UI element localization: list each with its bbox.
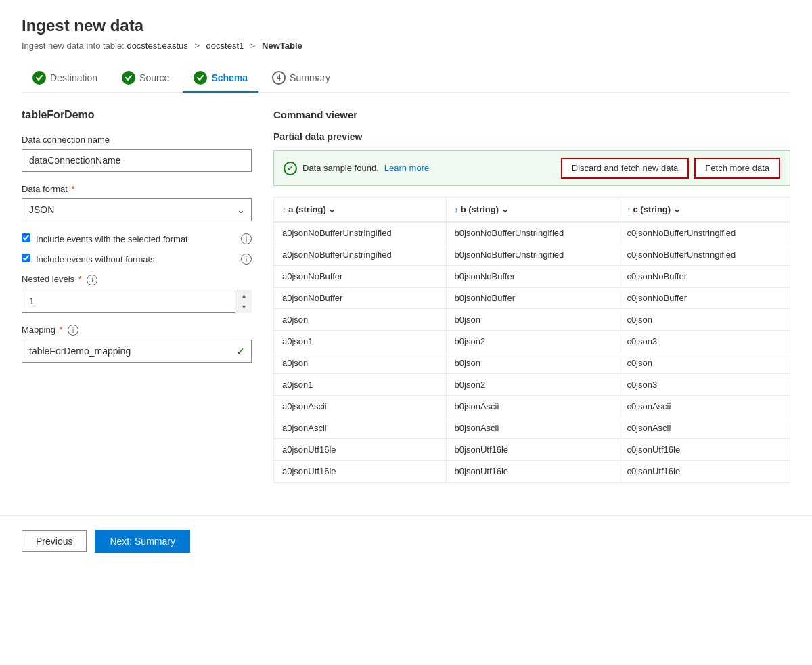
tab-schema-label: Schema bbox=[211, 72, 248, 83]
mapping-group: Mapping * i ✓ bbox=[22, 325, 252, 363]
table-body: a0jsonNoBufferUnstringifiedb0jsonNoBuffe… bbox=[274, 222, 790, 482]
include-events-without-info-icon[interactable]: i bbox=[241, 254, 252, 265]
col-sort-icon-b: ↕ bbox=[455, 206, 459, 214]
tab-summary[interactable]: 4 Summary bbox=[261, 64, 341, 93]
table-row: a0jsonb0jsonc0json bbox=[274, 352, 790, 374]
nested-levels-input-wrapper: ▴ ▾ bbox=[22, 290, 252, 313]
table-cell: c0jsonNoBufferUnstringified bbox=[618, 244, 790, 266]
table-cell: a0json1 bbox=[274, 374, 446, 396]
col-label-c: c (string) bbox=[633, 204, 671, 214]
connection-name-input[interactable] bbox=[22, 149, 252, 172]
include-events-selected-info-icon[interactable]: i bbox=[241, 233, 252, 244]
table-row: a0jsonb0jsonc0json bbox=[274, 309, 790, 331]
table-cell: a0jsonNoBufferUnstringified bbox=[274, 222, 446, 244]
destination-check-icon bbox=[32, 71, 46, 85]
table-cell: a0jsonUtf16le bbox=[274, 461, 446, 482]
nested-levels-label: Nested levels * i bbox=[22, 274, 252, 285]
tab-destination[interactable]: Destination bbox=[22, 64, 108, 93]
col-header-b[interactable]: ↕ b (string) ⌄ bbox=[446, 198, 618, 222]
col-sort-icon-c: ↕ bbox=[627, 206, 631, 214]
table-cell: a0json1 bbox=[274, 331, 446, 352]
table-header-row: ↕ a (string) ⌄ ↕ b (string) ⌄ ↕ bbox=[274, 198, 790, 222]
include-events-without-checkbox[interactable] bbox=[22, 254, 30, 262]
left-panel: tableForDemo Data connection name Data f… bbox=[22, 109, 252, 483]
table-cell: a0jsonAscii bbox=[274, 417, 446, 439]
table-cell: b0jsonUtf16le bbox=[446, 439, 618, 461]
data-table-container: ↕ a (string) ⌄ ↕ b (string) ⌄ ↕ bbox=[273, 197, 790, 483]
table-row: a0json1b0json2c0json3 bbox=[274, 331, 790, 352]
table-cell: b0jsonAscii bbox=[446, 396, 618, 417]
learn-more-link[interactable]: Learn more bbox=[384, 163, 429, 173]
table-cell: a0jsonUtf16le bbox=[274, 439, 446, 461]
next-summary-button[interactable]: Next: Summary bbox=[95, 530, 189, 553]
data-sample-bar: ✓ Data sample found. Learn more Discard … bbox=[273, 150, 790, 186]
spin-up-button[interactable]: ▴ bbox=[235, 290, 252, 301]
table-cell: a0jsonAscii bbox=[274, 396, 446, 417]
nested-levels-group: Nested levels * i ▴ ▾ bbox=[22, 274, 252, 313]
table-cell: c0jsonUtf16le bbox=[618, 461, 790, 482]
footer: Previous Next: Summary bbox=[0, 515, 812, 566]
include-events-selected-label: Include events with the selected format bbox=[36, 233, 188, 246]
mapping-valid-icon: ✓ bbox=[236, 345, 245, 358]
table-cell: c0json3 bbox=[618, 331, 790, 352]
table-cell: b0jsonAscii bbox=[446, 417, 618, 439]
table-row: a0jsonNoBufferb0jsonNoBufferc0jsonNoBuff… bbox=[274, 266, 790, 288]
table-cell: c0jsonNoBuffer bbox=[618, 266, 790, 288]
table-cell: c0jsonUtf16le bbox=[618, 439, 790, 461]
discard-fetch-button[interactable]: Discard and fetch new data bbox=[561, 158, 690, 179]
command-viewer-title: Command viewer bbox=[273, 109, 790, 120]
page-title: Ingest new data bbox=[22, 16, 790, 35]
table-cell: b0jsonNoBuffer bbox=[446, 288, 618, 309]
table-cell: a0jsonNoBuffer bbox=[274, 288, 446, 309]
table-row: a0jsonAsciib0jsonAsciic0jsonAscii bbox=[274, 396, 790, 417]
fetch-more-button[interactable]: Fetch more data bbox=[694, 158, 780, 179]
right-panel: Command viewer Partial data preview ✓ Da… bbox=[273, 109, 790, 483]
col-label-b: b (string) bbox=[461, 204, 499, 214]
table-cell: b0json2 bbox=[446, 331, 618, 352]
table-cell: c0json bbox=[618, 352, 790, 374]
tabs: Destination Source Schema 4 Summary bbox=[22, 64, 790, 93]
nested-levels-spin: ▴ ▾ bbox=[235, 290, 252, 313]
table-cell: b0jsonNoBufferUnstringified bbox=[446, 222, 618, 244]
include-events-without-group: Include events without formats i bbox=[22, 254, 252, 266]
left-panel-title: tableForDemo bbox=[22, 109, 252, 121]
table-cell: c0json bbox=[618, 309, 790, 331]
schema-check-icon bbox=[194, 71, 207, 85]
table-cell: b0jsonNoBufferUnstringified bbox=[446, 244, 618, 266]
data-sample-buttons: Discard and fetch new data Fetch more da… bbox=[561, 158, 780, 179]
previous-button[interactable]: Previous bbox=[22, 530, 87, 552]
connection-name-label: Data connection name bbox=[22, 135, 252, 145]
table-row: a0jsonUtf16leb0jsonUtf16lec0jsonUtf16le bbox=[274, 439, 790, 461]
mapping-info-icon[interactable]: i bbox=[68, 325, 78, 336]
table-cell: a0jsonNoBuffer bbox=[274, 266, 446, 288]
data-format-select-wrapper: JSON CSV TSV AVRO Parquet ⌄ bbox=[22, 198, 252, 221]
include-events-without-label: Include events without formats bbox=[36, 254, 155, 266]
summary-step-num: 4 bbox=[272, 71, 286, 85]
tab-source[interactable]: Source bbox=[111, 64, 180, 93]
data-sample-left: ✓ Data sample found. Learn more bbox=[284, 162, 429, 175]
nested-levels-input[interactable] bbox=[22, 290, 252, 313]
table-row: a0jsonAsciib0jsonAsciic0jsonAscii bbox=[274, 417, 790, 439]
col-header-a[interactable]: ↕ a (string) ⌄ bbox=[274, 198, 446, 222]
col-label-a: a (string) bbox=[288, 204, 326, 214]
table-cell: b0json bbox=[446, 352, 618, 374]
table-cell: c0jsonAscii bbox=[618, 417, 790, 439]
include-events-selected-checkbox[interactable] bbox=[22, 233, 30, 242]
mapping-input[interactable] bbox=[22, 340, 252, 363]
table-cell: b0jsonUtf16le bbox=[446, 461, 618, 482]
tab-summary-label: Summary bbox=[290, 72, 330, 83]
data-format-label: Data format * bbox=[22, 184, 252, 194]
table-row: a0json1b0json2c0json3 bbox=[274, 374, 790, 396]
nested-levels-info-icon[interactable]: i bbox=[87, 275, 97, 285]
table-cell: c0jsonNoBufferUnstringified bbox=[618, 222, 790, 244]
tab-schema[interactable]: Schema bbox=[183, 64, 258, 93]
tab-destination-label: Destination bbox=[50, 72, 97, 83]
data-format-group: Data format * JSON CSV TSV AVRO Parquet … bbox=[22, 184, 252, 221]
table-cell: c0jsonNoBuffer bbox=[618, 288, 790, 309]
col-header-c[interactable]: ↕ c (string) ⌄ bbox=[618, 198, 790, 222]
data-format-select[interactable]: JSON CSV TSV AVRO Parquet bbox=[22, 198, 252, 221]
col-sort-icon-a: ↕ bbox=[282, 206, 286, 214]
spin-down-button[interactable]: ▾ bbox=[235, 301, 252, 313]
table-row: a0jsonUtf16leb0jsonUtf16lec0jsonUtf16le bbox=[274, 461, 790, 482]
source-check-icon bbox=[122, 71, 135, 85]
